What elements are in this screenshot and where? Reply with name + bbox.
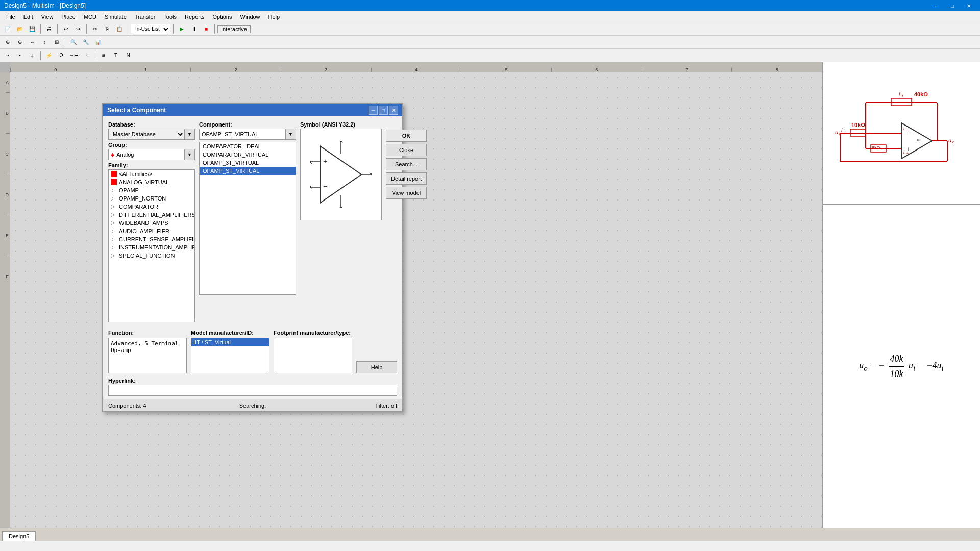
dialog-close-btn[interactable]: ✕ bbox=[389, 106, 398, 115]
family-item[interactable]: ▷WIDEBAND_AMPS bbox=[109, 219, 194, 227]
component-search-btn[interactable]: ▼ bbox=[286, 129, 296, 140]
family-item[interactable]: ▷COMPARATOR bbox=[109, 203, 194, 211]
canvas-area[interactable]: 0 1 2 3 4 5 6 7 8 A B C D E F bbox=[0, 62, 822, 528]
component-list[interactable]: COMPARATOR_IDEALCOMPARATOR_VIRTUALOPAMP_… bbox=[199, 142, 296, 295]
menu-item-transfer[interactable]: Transfer bbox=[131, 13, 160, 21]
stop-btn[interactable]: ■ bbox=[201, 23, 212, 35]
model-item[interactable]: IIT / ST_Virtual bbox=[191, 338, 269, 346]
menu-item-edit[interactable]: Edit bbox=[19, 13, 37, 21]
view-model-button[interactable]: View model bbox=[386, 187, 427, 199]
paste-btn[interactable]: 📋 bbox=[114, 23, 125, 35]
maximize-button[interactable]: □ bbox=[945, 0, 960, 11]
svg-text:−: − bbox=[906, 128, 909, 132]
ok-button[interactable]: OK bbox=[386, 130, 427, 142]
design5-tab[interactable]: Design5 bbox=[2, 531, 36, 541]
group-dropdown-btn[interactable]: ▼ bbox=[185, 149, 195, 160]
family-icon bbox=[111, 171, 117, 177]
close-button-dialog[interactable]: Close bbox=[386, 144, 427, 156]
family-item-label: SPECIAL_FUNCTION bbox=[119, 253, 175, 259]
dialog-max-btn[interactable]: □ bbox=[379, 106, 388, 115]
group-label: Group: bbox=[108, 142, 195, 148]
menu-item-window[interactable]: Window bbox=[236, 13, 264, 21]
family-label: Family: bbox=[108, 162, 195, 168]
component-item[interactable]: COMPARATOR_VIRTUAL bbox=[200, 151, 296, 159]
redo-btn[interactable]: ↪ bbox=[72, 23, 84, 35]
menu-item-mcu[interactable]: MCU bbox=[80, 13, 101, 21]
copy-btn[interactable]: ⎘ bbox=[102, 23, 113, 35]
family-item[interactable]: ▷SPECIAL_FUNCTION bbox=[109, 252, 194, 260]
open-btn[interactable]: 📂 bbox=[14, 23, 26, 35]
dialog-min-btn[interactable]: ─ bbox=[369, 106, 378, 115]
family-item[interactable]: ▷CURRENT_SENSE_AMPLIFIERS bbox=[109, 235, 194, 243]
save-btn[interactable]: 💾 bbox=[27, 23, 38, 35]
component-item[interactable]: OPAMP_3T_VIRTUAL bbox=[200, 159, 296, 167]
tb2-btn2[interactable]: ⊖ bbox=[14, 37, 26, 48]
circuit-diagram-panel: i f 40kΩ i 1 10kΩ − + ∞ u bbox=[823, 62, 980, 205]
menu-item-simulate[interactable]: Simulate bbox=[101, 13, 131, 21]
database-select[interactable]: Master Database bbox=[108, 129, 185, 140]
dialog-titlebar[interactable]: Select a Component ─ □ ✕ bbox=[103, 104, 402, 116]
tb2-btn5[interactable]: ⊞ bbox=[51, 37, 62, 48]
tb2-btn8[interactable]: 📊 bbox=[92, 37, 104, 48]
help-button[interactable]: Help bbox=[356, 361, 397, 373]
wire-btn[interactable]: ~ bbox=[2, 50, 13, 61]
resistor-btn[interactable]: Ω bbox=[56, 50, 67, 61]
menu-item-options[interactable]: Options bbox=[209, 13, 236, 21]
run-btn[interactable]: ▶ bbox=[176, 23, 187, 35]
family-item[interactable]: ▷AUDIO_AMPLIFIER bbox=[109, 227, 194, 235]
tb2-btn1[interactable]: ⊕ bbox=[2, 37, 13, 48]
family-item[interactable]: <All families> bbox=[109, 170, 194, 178]
text-btn[interactable]: T bbox=[110, 50, 121, 61]
menu-item-place[interactable]: Place bbox=[57, 13, 80, 21]
menu-item-tools[interactable]: Tools bbox=[159, 13, 181, 21]
select-component-dialog: Select a Component ─ □ ✕ Database: bbox=[102, 103, 403, 412]
dialog-buttons: OK Close Search... Detail report View mo… bbox=[386, 130, 427, 220]
tb2-btn4[interactable]: ↕ bbox=[39, 37, 50, 48]
tb2-btn7[interactable]: 🔧 bbox=[80, 37, 91, 48]
ground-btn[interactable]: ⏚ bbox=[27, 50, 38, 61]
svg-text:i: i bbox=[841, 128, 843, 133]
search-button[interactable]: Search... bbox=[386, 158, 427, 170]
family-list[interactable]: <All families>ANALOG_VIRTUAL▷OPAMP▷OPAMP… bbox=[108, 169, 195, 322]
family-item[interactable]: ▷OPAMP_NORTON bbox=[109, 194, 194, 203]
component-btn[interactable]: ⚡ bbox=[43, 50, 55, 61]
family-item-label: AUDIO_AMPLIFIER bbox=[119, 228, 169, 234]
family-item[interactable]: ▷DIFFERENTIAL_AMPLIFIERS bbox=[109, 211, 194, 219]
family-item[interactable]: ANALOG_VIRTUAL bbox=[109, 178, 194, 186]
searching-status: Searching: bbox=[208, 403, 297, 409]
menu-item-file[interactable]: File bbox=[2, 13, 19, 21]
cut-btn[interactable]: ✂ bbox=[89, 23, 101, 35]
menu-item-help[interactable]: Help bbox=[264, 13, 284, 21]
tb2-btn3[interactable]: ↔ bbox=[27, 37, 38, 48]
component-search-input[interactable] bbox=[199, 129, 286, 140]
close-button[interactable]: ✕ bbox=[962, 0, 976, 11]
footprint-list[interactable] bbox=[274, 338, 352, 373]
statusbar bbox=[0, 541, 980, 551]
menu-item-view[interactable]: View bbox=[37, 13, 58, 21]
node-btn[interactable]: • bbox=[14, 50, 26, 61]
pause-btn[interactable]: ⏸ bbox=[188, 23, 200, 35]
component-item[interactable]: COMPARATOR_IDEAL bbox=[200, 142, 296, 151]
detail-report-button[interactable]: Detail report bbox=[386, 172, 427, 185]
tb2-btn6[interactable]: 🔍 bbox=[68, 37, 79, 48]
family-item[interactable]: ▷INSTRUMENTATION_AMPLIFIERS bbox=[109, 243, 194, 252]
ind-btn[interactable]: ⌇ bbox=[81, 50, 92, 61]
zoom-dropdown[interactable]: In-Use List bbox=[131, 24, 170, 34]
menu-item-reports[interactable]: Reports bbox=[181, 13, 209, 21]
family-item[interactable]: ▷OPAMP bbox=[109, 186, 194, 194]
svg-text:u: u bbox=[835, 129, 838, 135]
cap-btn[interactable]: ⊣⊢ bbox=[68, 50, 80, 61]
minimize-button[interactable]: ─ bbox=[929, 0, 943, 11]
function-textarea[interactable] bbox=[108, 338, 187, 373]
component-item[interactable]: OPAMP_ST_VIRTUAL bbox=[200, 167, 296, 175]
undo-btn[interactable]: ↩ bbox=[60, 23, 71, 35]
svg-text:o: o bbox=[952, 140, 955, 144]
model-list[interactable]: IIT / ST_Virtual bbox=[191, 338, 270, 373]
print-btn[interactable]: 🖨 bbox=[43, 23, 55, 35]
net-btn[interactable]: N bbox=[122, 50, 134, 61]
hyperlink-input[interactable] bbox=[108, 385, 397, 396]
new-btn[interactable]: 📄 bbox=[2, 23, 13, 35]
bus-btn[interactable]: ≡ bbox=[98, 50, 109, 61]
database-dropdown-btn[interactable]: ▼ bbox=[185, 129, 195, 140]
svg-text:40kΩ: 40kΩ bbox=[914, 91, 928, 97]
